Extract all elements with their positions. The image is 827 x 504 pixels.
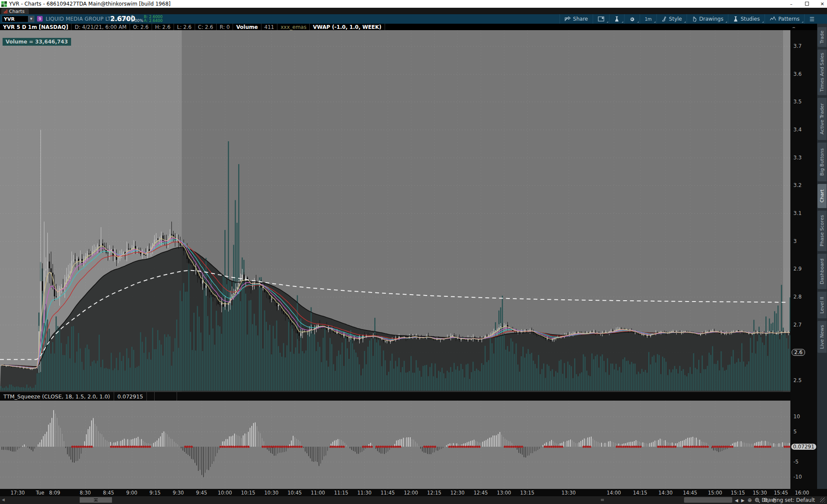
chart-menu-button[interactable]: ☰	[804, 14, 819, 24]
price-tick: 3.4	[793, 127, 802, 133]
side-tab-big-buttons[interactable]: Big Buttons	[818, 143, 827, 181]
side-tab-dashboard[interactable]: Dashboard	[818, 254, 827, 289]
price-tick: 3.5	[793, 99, 802, 105]
scrollbar-marker	[601, 499, 604, 501]
price-tick: 3.1	[793, 210, 802, 216]
time-tick: 10:15	[241, 490, 255, 496]
share-label: Share	[573, 16, 588, 22]
app-icon	[1, 1, 7, 7]
time-tick: 14:30	[658, 490, 672, 496]
window-title: YVR - Charts - 686109427TDA Main@thinkor…	[9, 1, 171, 7]
maximize-icon[interactable]	[804, 1, 810, 7]
time-tick: 15:30	[752, 490, 767, 496]
time-tick: 14:00	[606, 490, 621, 496]
time-tick: 14:15	[633, 490, 647, 496]
time-tick: 9:15	[149, 490, 161, 496]
symbol-dropdown-icon[interactable]: ▼	[28, 16, 34, 22]
studies-button[interactable]: Studies	[728, 14, 765, 24]
settings-button[interactable]	[624, 14, 640, 24]
squeeze-tick: -10	[793, 474, 802, 480]
side-tab-times-and-sales[interactable]: Times And Sales	[818, 50, 827, 95]
time-tick: 11:30	[357, 490, 371, 496]
scrollbar-thumb[interactable]	[684, 497, 732, 503]
scroll-left-icon[interactable]: ◀	[2, 498, 5, 502]
price-tick: 3.6	[793, 71, 802, 77]
symbol-flag-icon[interactable]: 9	[37, 16, 43, 22]
flexible-grid-button[interactable]	[593, 14, 609, 24]
maximize-chart-icon[interactable]: ⌢	[792, 25, 795, 30]
side-tab-live-news[interactable]: Live News	[818, 321, 827, 353]
style-button[interactable]: Style	[656, 14, 687, 24]
time-tick: 11:45	[380, 490, 395, 496]
time-tick: 10:00	[218, 490, 232, 496]
squeeze-value: 0.072915	[114, 392, 147, 401]
drawings-hand-icon	[692, 16, 697, 22]
resize-grip[interactable]	[820, 498, 825, 503]
bar-close: C: 2.6	[195, 24, 217, 30]
bar-low: L: 2.6	[174, 24, 195, 30]
pan-left-icon[interactable]: ◀	[735, 498, 738, 503]
time-tick: 8:45	[103, 490, 114, 496]
price-tick: 3.3	[793, 155, 802, 161]
bar-chart-icon	[4, 9, 7, 13]
squeeze-tick: 10	[793, 414, 800, 420]
pan-right-icon[interactable]: ▶	[741, 498, 745, 503]
panel-icon	[598, 16, 604, 22]
tab-row: Charts	[0, 8, 827, 14]
thinkorswim-window: YVR - Charts - 686109427TDA Main@thinkor…	[0, 0, 827, 504]
study-xxx-emas[interactable]: xxx_emas	[277, 24, 310, 30]
time-tick: 16:00	[795, 490, 809, 496]
side-tab-active-trader[interactable]: Active Trader	[818, 98, 827, 140]
tab-charts[interactable]: Charts	[1, 8, 29, 14]
main-toolbar: ▼ 9 LIQUID MEDIA GROUP LTD COM 2.6700 0 …	[0, 14, 827, 24]
auto-center-icon[interactable]: ⊕	[747, 497, 752, 503]
minimize-icon[interactable]: –	[788, 1, 794, 7]
price-tick: 2.7	[793, 322, 802, 328]
time-tick: 12:00	[404, 490, 418, 496]
share-icon	[565, 16, 571, 22]
study-vwap[interactable]: VWAP (-1.0, 1.0, WEEK)	[310, 24, 385, 30]
price-axis[interactable]: 3.73.63.53.43.33.23.132.92.82.72.52.6105…	[790, 30, 817, 489]
analysis-tools-button[interactable]	[609, 14, 624, 24]
time-tick: 9:45	[196, 490, 207, 496]
zoom-in-icon[interactable]	[755, 498, 760, 503]
side-tab-chart[interactable]: Chart	[818, 184, 827, 208]
tab-charts-label: Charts	[9, 9, 25, 14]
patterns-label: Patterns	[778, 16, 799, 22]
time-tick: 15:15	[731, 490, 745, 496]
time-tick: 12:30	[450, 490, 464, 496]
bar-high: H: 2.6	[152, 24, 174, 30]
time-tick: 8:30	[80, 490, 91, 496]
price-chart-canvas[interactable]	[0, 30, 790, 392]
last-price-bubble: 2.6	[792, 349, 805, 356]
time-tick: 12:15	[427, 490, 441, 496]
side-tab-phase-scores[interactable]: Phase Scores	[818, 211, 827, 251]
symbol-input[interactable]	[2, 16, 28, 22]
squeeze-chart-canvas[interactable]	[0, 401, 790, 489]
style-label: Style	[669, 16, 682, 22]
change-percent: 0.00%	[131, 19, 143, 23]
drawings-button[interactable]: Drawings	[687, 14, 728, 24]
price-tick: 3.2	[793, 182, 802, 188]
side-tab-level-ii[interactable]: Level II	[818, 292, 827, 318]
volume-study-label[interactable]: Volume	[233, 24, 261, 30]
chart-title[interactable]: YVR 5 D 1m [NASDAQ]	[0, 24, 72, 30]
squeeze-value-bubble: 0.07291	[791, 444, 816, 450]
time-tick: Tue	[36, 490, 44, 496]
patterns-button[interactable]: Patterns	[765, 14, 804, 24]
time-tick: 9:00	[126, 490, 137, 496]
side-tab-trade[interactable]: Trade	[818, 27, 827, 47]
time-axis[interactable]: 17:30Tue8:098:308:459:009:159:309:4510:0…	[0, 489, 827, 496]
share-button[interactable]: Share	[560, 14, 593, 24]
price-tick: 2.5	[793, 377, 802, 383]
bar-range: R: 0	[217, 24, 233, 30]
studies-label: Studies	[740, 16, 760, 22]
drawing-set-selector[interactable]: Drawing set: Default	[762, 497, 815, 503]
scrollbar-jump-button[interactable]	[80, 497, 112, 503]
squeeze-title[interactable]: TTM_Squeeze (CLOSE, 18, 1.5, 2.0, 1.0)	[0, 392, 114, 401]
time-tick: 15:00	[708, 490, 722, 496]
title-bar[interactable]: YVR - Charts - 686109427TDA Main@thinkor…	[0, 0, 827, 8]
interval-button[interactable]: 1m	[640, 14, 656, 24]
volume-study-value: 411	[261, 24, 278, 30]
close-icon[interactable]: ✕	[819, 1, 825, 7]
